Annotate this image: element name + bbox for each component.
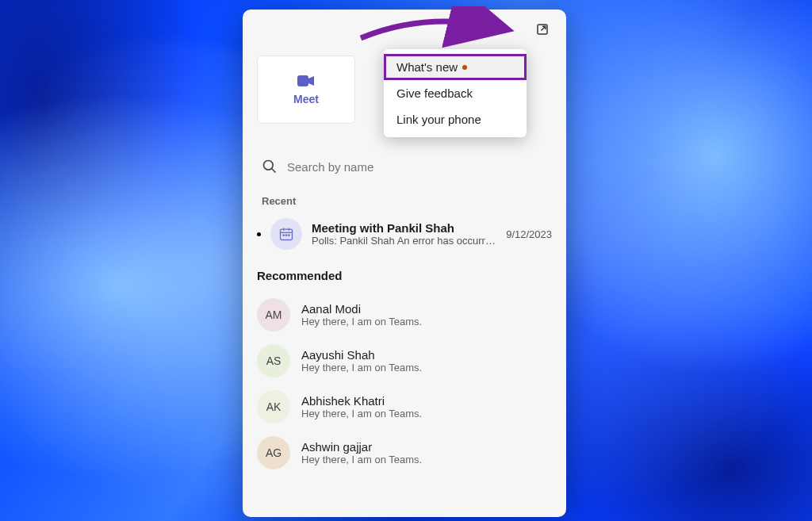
avatar-initials: AS <box>266 354 282 367</box>
svg-point-11 <box>283 235 284 236</box>
avatar: AG <box>257 436 290 469</box>
titlebar <box>243 10 566 49</box>
contact-status: Hey there, I am on Teams. <box>301 454 422 465</box>
contact-status: Hey there, I am on Teams. <box>301 408 422 419</box>
menu-item-label: What's new <box>396 60 458 74</box>
svg-point-12 <box>285 235 286 236</box>
video-camera-icon <box>297 74 316 88</box>
new-indicator-dot <box>462 65 467 70</box>
calendar-icon <box>278 226 294 242</box>
svg-line-6 <box>272 169 276 173</box>
recommended-contact-item[interactable]: AS Aayushi Shah Hey there, I am on Teams… <box>243 338 566 384</box>
avatar: AM <box>257 298 290 331</box>
recent-section-label: Recent <box>262 195 552 207</box>
recommended-contact-item[interactable]: AG Ashwin gajjar Hey there, I am on Team… <box>243 430 566 476</box>
open-in-new-window-button[interactable] <box>531 18 553 40</box>
svg-point-1 <box>505 29 507 30</box>
popout-icon <box>535 22 550 36</box>
contact-name: Aanal Modi <box>301 302 422 316</box>
menu-item-whats-new[interactable]: What's new <box>384 54 527 80</box>
unread-indicator-dot <box>257 232 261 236</box>
recommended-contact-item[interactable]: AK Abhishek Khatri Hey there, I am on Te… <box>243 384 566 430</box>
meeting-avatar <box>270 218 302 250</box>
avatar-initials: AM <box>266 308 282 321</box>
contact-name: Abhishek Khatri <box>301 394 422 408</box>
recommended-contact-item[interactable]: AM Aanal Modi Hey there, I am on Teams. <box>243 292 566 338</box>
menu-item-give-feedback[interactable]: Give feedback <box>384 80 527 106</box>
svg-point-2 <box>509 29 511 30</box>
meet-button-label: Meet <box>293 93 319 105</box>
svg-point-5 <box>264 161 274 170</box>
recent-item-date: 9/12/2023 <box>506 228 552 240</box>
menu-item-label: Link your phone <box>396 113 481 126</box>
contact-status: Hey there, I am on Teams. <box>301 362 422 374</box>
avatar: AS <box>257 344 290 377</box>
more-options-menu: What's new Give feedback Link your phone <box>384 49 527 137</box>
recent-item-text: Meeting with Pankil Shah Polls: Pankil S… <box>312 221 496 247</box>
avatar: AK <box>257 390 290 423</box>
recent-conversation-item[interactable]: Meeting with Pankil Shah Polls: Pankil S… <box>243 213 566 255</box>
search-row[interactable] <box>257 155 552 178</box>
recent-item-subtitle: Polls: Pankil Shah An error has occurre… <box>312 235 496 247</box>
contact-name: Ashwin gajjar <box>301 440 422 454</box>
svg-rect-4 <box>297 75 308 86</box>
search-icon <box>262 159 278 174</box>
menu-item-label: Give feedback <box>396 86 473 100</box>
more-options-button[interactable] <box>495 18 517 40</box>
contact-name: Aayushi Shah <box>301 348 422 362</box>
meet-button-card[interactable]: Meet <box>257 56 355 124</box>
contact-status: Hey there, I am on Teams. <box>301 316 422 328</box>
ellipsis-icon <box>499 22 513 36</box>
svg-point-13 <box>289 235 289 236</box>
recommended-section-label: Recommended <box>257 269 552 282</box>
search-input[interactable] <box>287 160 547 174</box>
avatar-initials: AG <box>266 446 282 459</box>
avatar-initials: AK <box>266 400 282 413</box>
svg-point-0 <box>501 29 503 30</box>
recent-item-title: Meeting with Pankil Shah <box>312 221 496 235</box>
menu-item-link-your-phone[interactable]: Link your phone <box>384 106 527 132</box>
